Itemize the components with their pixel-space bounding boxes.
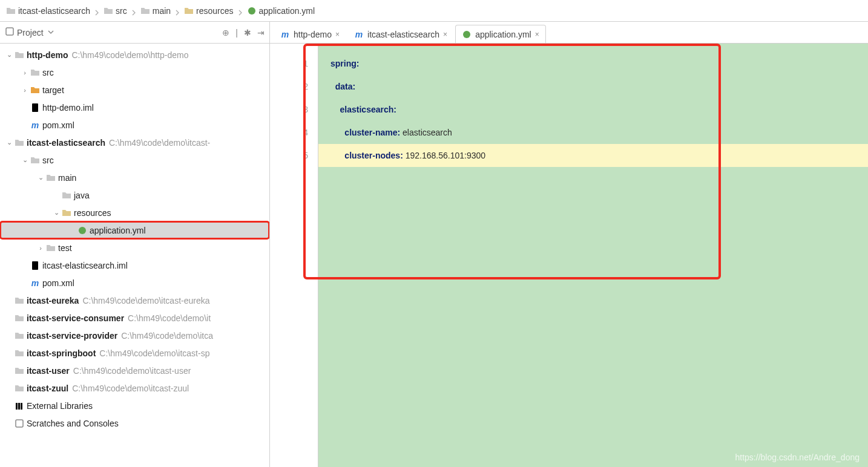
tree-label: itcast-zuul (27, 384, 68, 393)
tree-label: itcast-springboot (27, 348, 96, 358)
tree-path: C:\hm49\code\demo\itca (121, 331, 213, 341)
iml-icon (30, 261, 40, 270)
tree-label: http-demo (27, 50, 68, 60)
project-tree[interactable]: ⌄http-demoC:\hm49\code\demo\http-demo›sr… (0, 44, 269, 467)
breadcrumb-label: application.yml (259, 6, 315, 16)
close-icon[interactable]: × (535, 30, 539, 39)
editor-tab[interactable]: http-demo× (274, 25, 346, 43)
tree-label: itcast-service-consumer (27, 313, 124, 323)
code-line[interactable]: cluster-name: elasticsearch (318, 121, 868, 144)
breadcrumb-item[interactable]: main (138, 6, 173, 16)
yaml-value: elasticsearch (403, 128, 452, 137)
tree-label: application.yml (90, 226, 146, 235)
yml-icon (462, 30, 472, 39)
folder-icon (15, 138, 24, 148)
project-panel-header: Project ⊕ | ✱ ⇥ (0, 22, 269, 44)
tree-node[interactable]: pom.xml (0, 116, 269, 134)
folder-icon (15, 331, 24, 341)
folder-icon (15, 348, 24, 358)
tree-node[interactable]: itcast-elasticsearch.iml (0, 256, 269, 274)
breadcrumb-separator (94, 8, 100, 14)
folder-icon (15, 296, 24, 305)
code-line[interactable]: spring: (318, 52, 868, 75)
breadcrumb-item[interactable]: src (101, 6, 130, 16)
tree-twisty[interactable]: ⌄ (52, 209, 61, 217)
tree-node[interactable]: itcast-springbootC:\hm49\code\demo\itcas… (0, 344, 269, 362)
editor-tab[interactable]: application.yml× (455, 25, 546, 43)
tree-node[interactable]: ⌄http-demoC:\hm49\code\demo\http-demo (0, 46, 269, 64)
tree-twisty[interactable]: ⌄ (5, 139, 13, 146)
tree-label: pom.xml (42, 278, 74, 288)
close-icon[interactable]: × (335, 30, 340, 39)
code-line[interactable]: cluster-nodes: 192.168.56.101:9300 (318, 144, 868, 167)
tree-node[interactable]: ›src (0, 64, 269, 81)
tree-twisty[interactable]: › (21, 87, 29, 94)
breadcrumb-item[interactable]: resources (182, 6, 235, 16)
chevron-down-icon[interactable] (46, 27, 54, 38)
code-content[interactable]: spring: data: elasticsearch: cluster-nam… (318, 44, 868, 467)
hide-icon[interactable]: ⇥ (257, 28, 265, 38)
maven-icon (354, 30, 364, 39)
editor-code[interactable]: 12345 spring: data: elasticsearch: clust… (270, 44, 868, 467)
tree-node[interactable]: Scratches and Consoles (0, 414, 269, 432)
iml-icon (30, 103, 40, 113)
line-number: 1 (270, 52, 308, 75)
editor-tabs: http-demo×itcast-elasticsearch×applicati… (270, 22, 868, 44)
tree-label: resources (74, 208, 111, 218)
tree-node[interactable]: ›test (0, 239, 269, 256)
breadcrumb-label: itcast-elasticsearch (18, 6, 90, 16)
breadcrumb-separator (237, 8, 243, 14)
tree-twisty[interactable]: › (36, 244, 45, 252)
tree-label: java (74, 191, 90, 200)
code-line[interactable]: elasticsearch: (318, 98, 868, 121)
tree-label: External Libraries (27, 401, 93, 411)
yaml-key: elasticsearch (340, 105, 394, 114)
project-icon (5, 27, 15, 38)
tree-node[interactable]: itcast-service-providerC:\hm49\code\demo… (0, 327, 269, 344)
gear-icon[interactable]: ✱ (244, 28, 251, 38)
yaml-key: cluster-name (344, 128, 397, 137)
tree-label: src (42, 68, 54, 77)
tree-node[interactable]: itcast-zuulC:\hm49\code\demo\itcast-zuul (0, 379, 269, 397)
folder-icon (46, 173, 56, 183)
folder-icon (104, 6, 113, 16)
project-sidebar: Project ⊕ | ✱ ⇥ ⌄http-demoC:\hm49\code\d… (0, 22, 270, 467)
tree-node[interactable]: pom.xml (0, 274, 269, 292)
breadcrumb-item[interactable]: application.yml (245, 6, 318, 16)
tree-node[interactable]: http-demo.iml (0, 99, 269, 116)
tree-node[interactable]: itcast-service-consumerC:\hm49\code\demo… (0, 309, 269, 327)
code-line[interactable]: data: (318, 75, 868, 98)
tree-twisty[interactable]: ⌄ (21, 156, 29, 164)
folder-icon (30, 155, 40, 165)
tree-node[interactable]: ⌄itcast-elasticsearchC:\hm49\code\demo\i… (0, 134, 269, 151)
editor-tab-label: application.yml (475, 30, 531, 39)
line-number: 3 (270, 98, 308, 121)
resources-folder-icon (184, 6, 194, 16)
tree-node[interactable]: ⌄main (0, 169, 269, 186)
tree-node[interactable]: External Libraries (0, 397, 269, 414)
tree-node[interactable]: ⌄src (0, 151, 269, 169)
scratches-icon (15, 419, 24, 428)
tree-node[interactable]: java (0, 186, 269, 204)
tree-label: itcast-elasticsearch.iml (42, 261, 128, 270)
tree-twisty[interactable]: ⌄ (5, 51, 13, 59)
breadcrumb-item[interactable]: itcast-elasticsearch (4, 6, 93, 16)
tree-path: C:\hm49\code\demo\itcast-zuul (72, 384, 189, 393)
tree-label: target (42, 85, 64, 95)
tree-twisty[interactable]: ⌄ (36, 174, 45, 181)
yml-icon (77, 226, 87, 235)
folder-icon (15, 50, 24, 60)
tree-node[interactable]: application.yml (0, 221, 269, 239)
tree-node[interactable]: itcast-userC:\hm49\code\demo\itcast-user (0, 362, 269, 379)
tree-twisty[interactable]: › (21, 69, 29, 76)
locate-icon[interactable]: ⊕ (222, 28, 229, 38)
tree-node[interactable]: itcast-eurekaC:\hm49\code\demo\itcast-eu… (0, 292, 269, 309)
close-icon[interactable]: × (443, 30, 447, 39)
folder-icon (46, 243, 56, 253)
watermark: https://blog.csdn.net/Andre_dong (735, 452, 860, 462)
editor-tab[interactable]: itcast-elasticsearch× (347, 25, 454, 43)
tree-node[interactable]: ⌄resources (0, 204, 269, 221)
breadcrumb-label: src (116, 6, 127, 16)
tree-node[interactable]: ›target (0, 81, 269, 99)
line-number: 2 (270, 75, 308, 98)
